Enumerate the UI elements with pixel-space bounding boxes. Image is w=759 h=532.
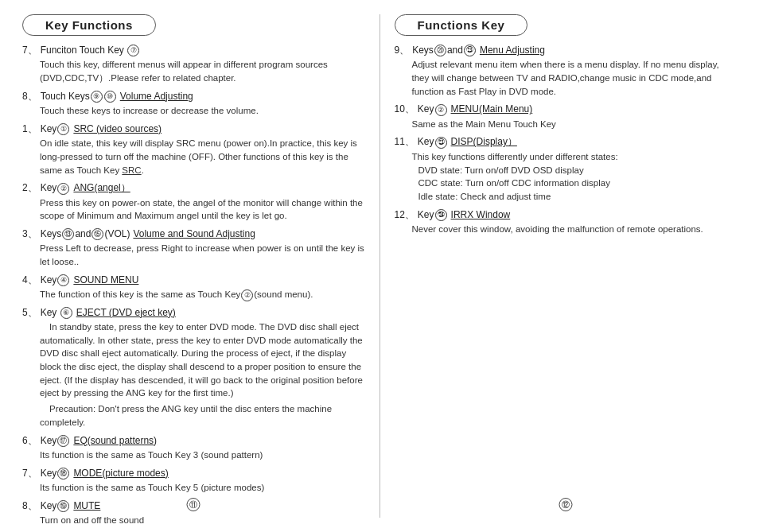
key-circle: ⑩ [104, 91, 116, 103]
entry-num: 7、 [22, 467, 37, 480]
key-circle: ⑨ [91, 91, 103, 103]
entry-9-menu-adjusting: 9、 Keys⑳and㉓ Menu Adjusting Adjust relev… [395, 44, 738, 98]
left-page-num: ⑪ [187, 498, 200, 511]
right-column: Functions Key 9、 Keys⑳and㉓ Menu Adjustin… [380, 14, 752, 518]
right-page-num: ⑫ [559, 498, 572, 511]
entry-header: 5、 Key ⑥ EJECT (DVD eject key) [22, 306, 365, 320]
entry-body: Turn on and off the sound [40, 514, 365, 527]
func-label: MODE(picture modes) [73, 467, 168, 480]
entry-header: 7、 Funciton Touch Key ⑦ [22, 44, 365, 57]
func-label: SOUND MENU [73, 274, 138, 287]
entry-num: 8、 [22, 90, 37, 103]
entry-6-eq: 6、 Key⑰ EQ(sound patterns) Its function … [22, 434, 365, 462]
key-circle: ⑱ [57, 468, 69, 480]
entry-header: 10、 Key② MENU(Main Menu) [395, 103, 738, 116]
entry-num: 2、 [22, 181, 37, 195]
entry-body: Its function is the same as Touch Key 3 … [40, 449, 365, 462]
entry-10-menu: 10、 Key② MENU(Main Menu) Same as the Mai… [395, 103, 738, 130]
key-circle: ④ [57, 274, 69, 286]
key-label: Key ⑥ [41, 306, 73, 320]
entry-11-disp: 11、 Key㉓ DISP(Display） This key function… [395, 135, 738, 203]
left-column: Key Functions 7、 Funciton Touch Key ⑦ To… [8, 14, 380, 518]
key-circle: ② [57, 183, 69, 195]
entry-body: On idle state, this key will display SRC… [40, 137, 365, 177]
key-label: Keys⑬and⑮(VOL) [41, 227, 130, 241]
key-circle: ② [241, 289, 253, 301]
page-num-circle: ⑪ [187, 498, 200, 511]
key-label: Key㉔ [418, 208, 448, 222]
key-circle: ⑦ [127, 45, 139, 56]
key-circle: ⑳ [434, 45, 446, 56]
key-label: Key① [41, 122, 71, 136]
key-circle: ⑰ [57, 435, 69, 447]
key-circle: ㉓ [464, 45, 476, 56]
entry-body: Touch this key, different menus will app… [40, 58, 365, 84]
key-label: Key⑰ [41, 434, 71, 448]
entry-4-sound: 4、 Key④ SOUND MENU The function of this … [22, 274, 365, 301]
entry-num: 6、 [22, 434, 37, 448]
entry-header: 7、 Key⑱ MODE(picture modes) [22, 467, 365, 480]
key-circle: ㉔ [435, 209, 447, 221]
entry-num: 3、 [22, 227, 37, 241]
entry-num: 4、 [22, 274, 37, 287]
entry-body: This key functions differently under dif… [412, 150, 738, 204]
key-label: Key② [41, 181, 71, 195]
entry-header: 2、 Key② ANG(angel） [22, 181, 365, 195]
key-label: Key⑲ [41, 499, 71, 513]
key-circle: ① [57, 123, 69, 135]
entry-body: Press Left to decrease, press Right to i… [40, 242, 365, 268]
entry-num: 8、 [22, 499, 37, 513]
entry-header: 8、 Touch Keys⑨⑩ Volume Adjusting [22, 90, 365, 103]
func-label: EQ(sound patterns) [73, 434, 157, 448]
entry-body: Adjust relevant menu item when there is … [412, 58, 738, 98]
entry-header: 9、 Keys⑳and㉓ Menu Adjusting [395, 44, 738, 57]
key-circle: ⑲ [57, 500, 69, 512]
key-circle: ⑬ [62, 228, 74, 240]
page-num-circle: ⑫ [559, 498, 572, 511]
key-label: Key㉓ [418, 135, 448, 149]
func-label: EJECT (DVD eject key) [76, 306, 176, 320]
entry-2-ang: 2、 Key② ANG(angel） Press this key on pow… [22, 181, 365, 223]
entry-num: 11、 [395, 135, 415, 149]
entry-12-irrx: 12、 Key㉔ IRRX Window Never cover this wi… [395, 208, 738, 236]
entry-num: 1、 [22, 122, 37, 136]
key-circle: ㉓ [435, 137, 447, 149]
entry-8-volume: 8、 Touch Keys⑨⑩ Volume Adjusting Touch t… [22, 90, 365, 118]
entry-body: Never cover this window, avoiding the ma… [412, 223, 738, 236]
page: Key Functions 7、 Funciton Touch Key ⑦ To… [0, 0, 759, 532]
entry-num: 10、 [395, 103, 415, 116]
func-label: DISP(Display） [451, 135, 517, 149]
func-label: Volume Adjusting [120, 90, 193, 103]
func-label: Volume and Sound Adjusting [133, 227, 255, 241]
entry-header: 12、 Key㉔ IRRX Window [395, 208, 738, 222]
right-title: Functions Key [395, 14, 528, 36]
entry-body: In standby state, press the key to enter… [40, 320, 365, 429]
key-label: Funciton Touch Key ⑦ [41, 44, 141, 57]
key-label: Touch Keys⑨⑩ [41, 90, 117, 103]
entry-header: 4、 Key④ SOUND MENU [22, 274, 365, 287]
entry-num: 12、 [395, 208, 415, 222]
entry-num: 9、 [395, 44, 410, 57]
key-circle: ② [435, 104, 447, 116]
left-title: Key Functions [22, 14, 156, 36]
key-label: Key④ [41, 274, 71, 287]
entry-1-src: 1、 Key① SRC (video sources) On idle stat… [22, 122, 365, 177]
entry-header: 3、 Keys⑬and⑮(VOL) Volume and Sound Adjus… [22, 227, 365, 241]
key-label: Key② [418, 103, 448, 116]
func-label: MENU(Main Menu) [451, 103, 533, 116]
entry-7-mode: 7、 Key⑱ MODE(picture modes) Its function… [22, 467, 365, 495]
entry-header: 1、 Key① SRC (video sources) [22, 122, 365, 136]
entry-body: The function of this key is the same as … [40, 288, 365, 301]
entry-body: Touch these keys to increase or decrease… [40, 104, 365, 118]
func-label: Menu Adjusting [480, 44, 545, 57]
key-label: Key⑱ [41, 467, 71, 480]
func-label: SRC (video sources) [73, 122, 162, 136]
entry-body: Same as the Main Menu Touch Key [412, 118, 738, 131]
entry-header: 11、 Key㉓ DISP(Display） [395, 135, 738, 149]
entry-5-eject: 5、 Key ⑥ EJECT (DVD eject key) In standb… [22, 306, 365, 429]
func-label: IRRX Window [451, 208, 511, 222]
entry-header: 6、 Key⑰ EQ(sound patterns) [22, 434, 365, 448]
entry-body: Its function is the same as Touch Key 5 … [40, 481, 365, 495]
func-label: MUTE [73, 499, 100, 513]
entry-num: 7、 [22, 44, 37, 57]
